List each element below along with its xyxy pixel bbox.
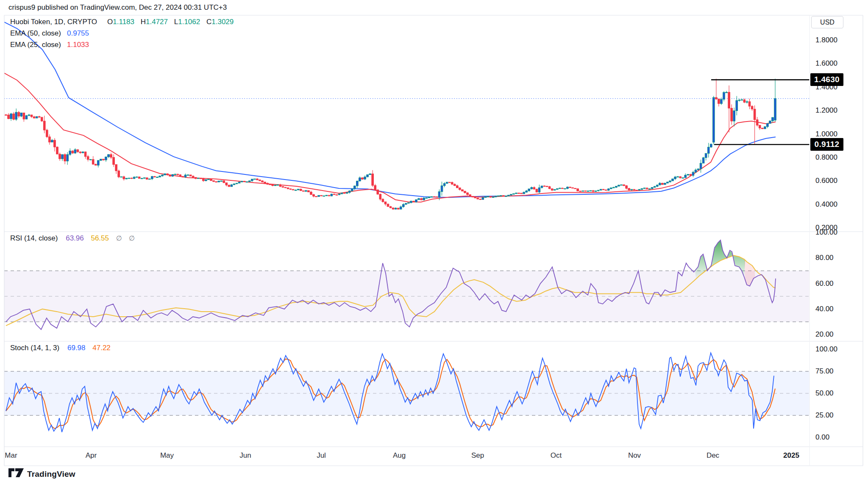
time-axis-label: May — [160, 451, 174, 460]
rsi-label[interactable]: RSI (14, close) — [10, 234, 58, 242]
stoch-axis-label: 75.00 — [815, 367, 862, 376]
close-value: 1.3029 — [211, 18, 234, 26]
rsi-axis-label: 60.00 — [815, 279, 862, 288]
rsi-ma-value: 56.55 — [91, 234, 109, 242]
open-label: O — [107, 18, 113, 26]
low-value: 1.1062 — [178, 18, 200, 26]
time-axis-label: Dec — [707, 451, 719, 460]
ema25-label[interactable]: EMA (25, close) — [10, 41, 61, 49]
price-axis-label: 0.4000 — [815, 200, 862, 209]
stoch-label[interactable]: Stoch (14, 1, 3) — [10, 344, 59, 352]
time-axis-label: 2025 — [783, 451, 799, 460]
tradingview-chart-screenshot: crispus9 published on TradingView.com, D… — [0, 0, 868, 481]
time-axis-label: Jul — [317, 451, 326, 460]
time-axis-label: Mar — [5, 451, 17, 460]
tradingview-footer-link[interactable]: TradingView — [8, 468, 75, 480]
stoch-legend-row[interactable]: Stoch (14, 1, 3) 69.98 47.22 — [10, 344, 111, 352]
resistance-price-badge[interactable]: 1.4630 — [810, 73, 843, 86]
time-axis-label: Apr — [86, 451, 97, 460]
price-axis-label: 1.2000 — [815, 106, 862, 115]
ema50-legend-row[interactable]: EMA (50, close) 0.9755 — [10, 29, 234, 38]
stoch-axis-label: 25.00 — [815, 411, 862, 420]
currency-toggle-button[interactable]: USD — [811, 16, 843, 28]
stoch-axis-label: 50.00 — [815, 389, 862, 398]
low-label: L — [174, 18, 178, 26]
time-axis-label: Jun — [239, 451, 251, 460]
ema50-label[interactable]: EMA (50, close) — [10, 29, 61, 38]
high-label: H — [141, 18, 146, 26]
stoch-d-value: 47.22 — [92, 344, 111, 352]
price-axis-label: 0.8000 — [815, 153, 862, 162]
rsi-legend-row[interactable]: RSI (14, close) 63.96 56.55 ∅ ∅ — [10, 234, 137, 243]
price-axis-label: 1.8000 — [815, 36, 862, 44]
symbol-title[interactable]: Huobi Token, 1D, CRYPTO — [10, 18, 97, 26]
price-axis-label: 1.0000 — [815, 130, 862, 138]
main-legend: Huobi Token, 1D, CRYPTO O1.1183 H1.4727 … — [10, 18, 234, 52]
ema50-value: 0.9755 — [67, 29, 89, 38]
tradingview-logo-icon — [8, 468, 24, 480]
time-axis-label: Oct — [551, 451, 562, 460]
open-value: 1.1183 — [113, 18, 134, 26]
support-price-badge[interactable]: 0.9112 — [810, 138, 843, 151]
price-axis-label: 0.6000 — [815, 177, 862, 185]
rsi-hidden-band-icons: ∅ ∅ — [116, 235, 137, 242]
rsi-axis-label: 20.00 — [815, 330, 862, 339]
stoch-axis-label: 0.00 — [815, 433, 862, 442]
rsi-axis-label: 80.00 — [815, 254, 862, 262]
stoch-k-value: 69.98 — [67, 344, 86, 352]
ema25-value: 1.1033 — [67, 41, 89, 49]
rsi-value: 63.96 — [66, 234, 84, 242]
rsi-axis-label: 40.00 — [815, 305, 862, 313]
time-axis-label: Aug — [393, 451, 406, 460]
stoch-axis-label: 100.00 — [815, 345, 862, 354]
price-axis-label: 1.6000 — [815, 59, 862, 68]
ema25-legend-row[interactable]: EMA (25, close) 1.1033 — [10, 41, 234, 49]
high-value: 1.4727 — [146, 18, 168, 26]
symbol-legend-row[interactable]: Huobi Token, 1D, CRYPTO O1.1183 H1.4727 … — [10, 18, 234, 26]
tradingview-brand-text: TradingView — [27, 470, 75, 479]
time-axis-label: Nov — [628, 451, 641, 460]
time-axis-label: Sep — [471, 451, 484, 460]
rsi-axis-label: 100.00 — [815, 228, 862, 237]
close-label: C — [206, 18, 211, 26]
